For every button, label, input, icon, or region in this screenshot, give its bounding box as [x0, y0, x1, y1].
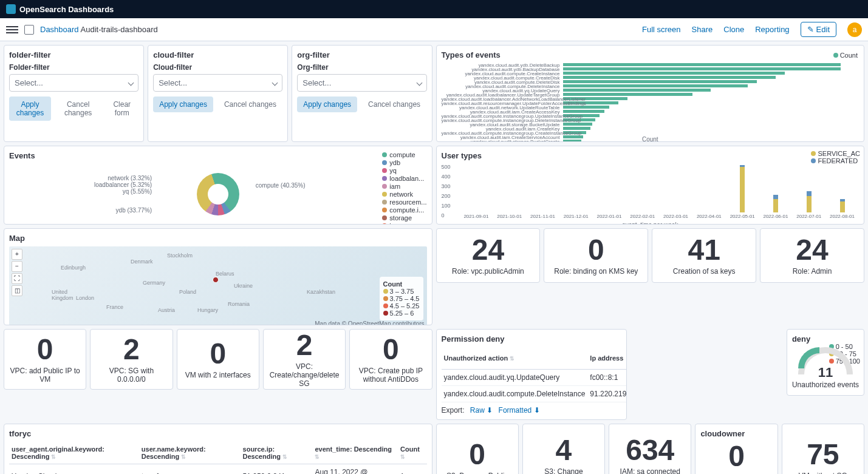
metric-panel: 2VPC: SG with 0.0.0.0/0	[90, 329, 173, 390]
breadcrumb: Dashboard Audit-trails-dashboard	[40, 25, 158, 34]
org-filter-panel: org-filter Org-filter Select... Apply ch…	[292, 45, 432, 142]
panel-title: Map	[9, 234, 427, 243]
metric-vm-no-sg: 75 VM without SG	[782, 424, 864, 474]
panel-title: Events	[9, 151, 427, 160]
crop-button[interactable]: ◫	[12, 285, 22, 296]
folder-select[interactable]: Select...	[9, 74, 138, 92]
panel-title: cloud-filter	[153, 50, 282, 59]
horizontal-bar-chart[interactable]: yandex.cloud.audit.ydb.DeleteBackupyande…	[442, 63, 859, 136]
panel-title: Types of events	[442, 50, 859, 59]
filter-label: Folder-filter	[9, 63, 138, 72]
legend: computeydbyqloadbalan...iamnetworkresour…	[382, 151, 426, 225]
map-attribution: Map data © OpenStreetMap contributors	[315, 320, 424, 325]
cancel-button[interactable]: Cancel changes	[56, 96, 100, 121]
panel-title: Permission deny	[442, 334, 621, 344]
share-link[interactable]: Share	[692, 25, 713, 34]
chevron-down-icon	[272, 80, 278, 86]
panel-title: deny	[792, 334, 859, 344]
metric-panel: 0VPC: add Public IP to VM	[4, 329, 86, 390]
bar-chart[interactable]: 500 400 300 200 100 0 2021-09-012021-10-…	[442, 164, 859, 222]
chevron-down-icon	[416, 80, 422, 86]
metric-panel: 41Creation of sa keys	[652, 228, 756, 283]
metric-panel: 0Role: binding on KMS key	[544, 228, 648, 283]
app-name: OpenSearch Dashboards	[19, 5, 114, 14]
metric-panel: 0VM with 2 interfaces	[177, 329, 259, 390]
x-axis-label: event_time per week	[442, 222, 859, 225]
zoom-out-button[interactable]: −	[12, 261, 22, 272]
metric-s3-public: 0 S3: Become Public	[436, 424, 519, 474]
deny-gauge-panel: deny 0 - 50 50 - 75 75 - 100 11 Unauthor…	[787, 329, 864, 396]
permission-deny-table: Unauthorized action ⇅Ip address ▼Count ⇅…	[442, 347, 627, 402]
map-marker	[213, 277, 219, 283]
gauge: 11	[798, 347, 853, 378]
pencil-icon: ✎	[807, 25, 814, 34]
metric-panel: 2VPC: Create/change/delete SG	[263, 329, 346, 390]
apply-button[interactable]: Apply changes	[297, 96, 357, 112]
panel-title: tforyc	[9, 429, 427, 438]
panel-title: org-filter	[297, 50, 426, 59]
legend: Count	[833, 52, 858, 59]
types-of-events-panel: Types of events Count yandex.cloud.audit…	[436, 45, 865, 142]
breadcrumb-root[interactable]: Dashboard	[40, 25, 79, 34]
map-panel: Map + − ⛶ ◫ UnitedKingdom London France …	[4, 228, 432, 325]
avatar[interactable]: a	[847, 22, 862, 37]
panel-title: folder-filter	[9, 50, 138, 59]
panel-title: cloudowner	[700, 429, 772, 438]
org-select[interactable]: Select...	[297, 74, 426, 92]
reporting-link[interactable]: Reporting	[755, 25, 789, 34]
apply-button[interactable]: Apply changes	[153, 96, 213, 112]
menu-icon[interactable]	[6, 24, 18, 35]
chevron-down-icon	[128, 80, 134, 86]
map-legend: Count 3 – 3.75 3.75 – 4.5 4.5 – 5.25 5.2…	[380, 277, 423, 320]
tforyc-table: user_agent.original.keyword: Descending …	[9, 442, 427, 474]
export-raw-link[interactable]: Raw ⬇	[470, 406, 493, 415]
home-icon[interactable]	[24, 25, 34, 35]
donut-chart[interactable]: network (3.32%) loadbalancer (5.32%) yq …	[9, 164, 427, 225]
top-bar: OpenSearch Dashboards	[0, 0, 868, 18]
table-row[interactable]: yandex.cloud.audit.compute.DeleteInstanc…	[442, 386, 627, 402]
metric-s3-acl: 4 S3: Change ACL/Policy	[522, 424, 605, 474]
gauge-label: Unauthorized events	[792, 381, 859, 389]
logo-icon	[6, 4, 16, 14]
filter-label: Cloud-filter	[153, 63, 282, 72]
cloud-select[interactable]: Select...	[153, 74, 282, 92]
panel-title: User types	[442, 151, 859, 160]
apply-button[interactable]: Apply changes	[9, 96, 51, 121]
clone-link[interactable]: Clone	[723, 25, 744, 34]
zoom-in-button[interactable]: +	[12, 249, 22, 260]
legend: SERVICE_AC FEDERATED	[811, 150, 860, 164]
breadcrumb-current: Audit-trails-dashboard	[81, 25, 158, 34]
cancel-button[interactable]: Cancel changes	[218, 96, 282, 112]
fit-button[interactable]: ⛶	[12, 273, 22, 284]
app-logo[interactable]: OpenSearch Dashboards	[6, 4, 114, 14]
folder-filter-panel: folder-filter Folder-filter Select... Ap…	[4, 45, 144, 142]
table-row[interactable]: yandex.cloud.audit.yq.UpdateQueryfc00::8…	[442, 370, 627, 386]
edit-button[interactable]: ✎ Edit	[801, 22, 836, 37]
export-row: Export: Raw ⬇ Formatted ⬇	[442, 406, 621, 415]
metric-panel: 24Role: vpc.publicAdmin	[436, 228, 541, 283]
metric-panel: 0VPC: Create pub IP without AntiDDos	[349, 329, 432, 390]
cloudowner-panel: cloudowner 0 Actions from cloud.owner	[695, 424, 777, 474]
metric-panel: 24Role: Admin	[760, 228, 864, 283]
nav-bar: Dashboard Audit-trails-dashboard Full sc…	[0, 18, 868, 41]
filter-label: Org-filter	[297, 63, 426, 72]
events-panel: Events network (3.32%) loadbalancer (5.3…	[4, 146, 432, 225]
map-area[interactable]: + − ⛶ ◫ UnitedKingdom London France Germ…	[9, 246, 427, 325]
user-types-panel: User types SERVICE_AC FEDERATED 500 400 …	[436, 146, 865, 225]
table-row[interactable]: Yandex Cloudterraform-sa51.250.6.241Aug …	[9, 464, 427, 475]
permission-deny-panel: Permission deny Unauthorized action ⇅Ip …	[436, 329, 627, 420]
cloud-filter-panel: cloud-filter Cloud-filter Select... Appl…	[148, 45, 288, 142]
metric-iam-outside: 634 IAM: sa connected from outside	[609, 424, 691, 474]
clear-button[interactable]: Clear form	[105, 96, 138, 121]
export-formatted-link[interactable]: Formatted ⬇	[499, 406, 540, 415]
tforyc-panel: tforyc user_agent.original.keyword: Desc…	[4, 424, 432, 474]
fullscreen-link[interactable]: Full screen	[642, 25, 681, 34]
cancel-button[interactable]: Cancel changes	[362, 96, 426, 112]
